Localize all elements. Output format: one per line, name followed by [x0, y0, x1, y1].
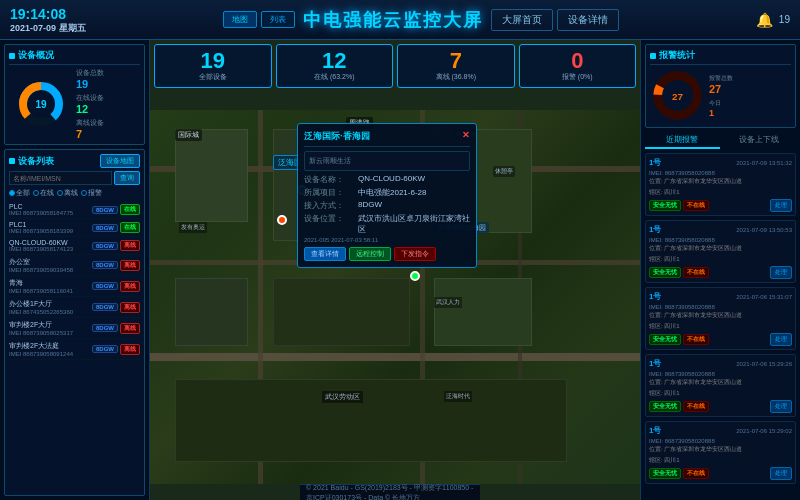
alert-item: 1号 2021-07-09 13:50:53 IMEI: 86873905802…	[645, 220, 796, 283]
alert-item-header: 1号 2021-07-06 15:29:26	[649, 358, 792, 369]
bell-icon: 🔔	[756, 12, 773, 28]
online-stat: 在线设备 12	[76, 93, 140, 115]
total-value: 19	[76, 78, 140, 90]
handle-btn[interactable]: 处理	[770, 333, 792, 346]
overview-title: 设备概况	[9, 49, 140, 65]
alert-status-tag: 安全无忧	[649, 334, 681, 345]
device-tags: 8DGW 离线	[92, 260, 140, 271]
alert-list[interactable]: 1号 2021-07-09 13:51:32 IMEI: 86873905802…	[645, 153, 796, 496]
device-map-btn[interactable]: 设备地图	[100, 154, 140, 168]
popup-address-row: 设备位置： 武汉市洪山区卓刀泉街江家湾社区	[304, 213, 470, 235]
popup-close-btn[interactable]: ✕	[462, 130, 470, 143]
alert-time: 2021-07-06 15:29:26	[736, 361, 792, 367]
popup-name-row: 设备名称： QN-CLOUD-60KW	[304, 174, 470, 185]
device-status-tag: 离线	[120, 260, 140, 271]
popup-cloud-tag: 新云雨顺生活	[304, 151, 470, 171]
total-alert-stat: 报警总数 27	[709, 74, 733, 95]
right-tabs: 近期报警 设备上下线	[645, 132, 796, 149]
overview-donut: 19	[16, 79, 66, 129]
device-list-item[interactable]: 审判楼2F大厅 IMEI 868739058025317 8DGW 离线	[9, 318, 140, 339]
device-tags: 8DGW 离线	[92, 323, 140, 334]
alert-item: 1号 2021-07-06 15:29:26 IMEI: 86873905802…	[645, 354, 796, 417]
alert-location: 位置: 广东省深圳市龙华安区西山道	[649, 244, 792, 253]
map-pin-3[interactable]	[410, 271, 420, 281]
handle-btn[interactable]: 处理	[770, 266, 792, 279]
device-name: 审判楼2F大法庭 IMEI 868739058091244	[9, 341, 73, 357]
building-5	[273, 278, 410, 345]
detail-btn[interactable]: 查看详情	[304, 247, 346, 261]
alert-overview: 27 报警总数 27 今日 1	[650, 68, 791, 123]
alert-count: 19	[779, 14, 790, 25]
alert-area: 辖区: 四川1	[649, 188, 792, 197]
device-status-tag: 离线	[120, 302, 140, 313]
filter-alert[interactable]: 报警	[81, 188, 102, 198]
alert-device-name: 1号	[649, 291, 661, 302]
device-imei: IMEI 868739058184775	[9, 210, 73, 216]
device-name: 办公室 IMEI 868739059039458	[9, 257, 73, 273]
alert-device-name: 1号	[649, 157, 661, 168]
home-tab[interactable]: 大屏首页	[491, 9, 553, 31]
device-list-item[interactable]: 审判楼2F大法庭 IMEI 868739058091244 8DGW 离线	[9, 339, 140, 360]
filter-offline[interactable]: 离线	[57, 188, 78, 198]
handle-btn[interactable]: 处理	[770, 199, 792, 212]
app-title: 中电强能云监控大屏	[303, 8, 483, 32]
map-tab[interactable]: 地图	[223, 11, 257, 28]
main-nav: 大屏首页 设备详情	[491, 9, 619, 31]
device-name: 青海 IMEI 868739058116041	[9, 278, 73, 294]
device-list-item[interactable]: PLC IMEI 868739058184775 8DGW 在线	[9, 201, 140, 219]
building-6	[434, 278, 532, 345]
map-label-soho: 发有奥运	[179, 222, 207, 233]
map-label-1: 国际城	[175, 129, 202, 141]
tab-recent-alerts[interactable]: 近期报警	[645, 132, 720, 149]
filter-online[interactable]: 在线	[33, 188, 54, 198]
radio-offline	[57, 190, 63, 196]
device-model-tag: 8DGW	[92, 303, 118, 311]
alert-device-name: 1号	[649, 425, 661, 436]
alert-tag-row: 安全无忧 不在线 处理	[649, 400, 792, 413]
total-label: 设备总数	[76, 68, 140, 78]
control-btn[interactable]: 远程控制	[349, 247, 391, 261]
device-status-tag: 离线	[120, 344, 140, 355]
device-imei: IMEI 867435052265360	[9, 309, 73, 315]
alert-imei: IMEI: 868739058020888	[649, 170, 792, 176]
device-tags: 8DGW 离线	[92, 281, 140, 292]
device-list-item[interactable]: PLC1 IMEI 868739058183399 8DGW 在线	[9, 219, 140, 237]
handle-btn[interactable]: 处理	[770, 467, 792, 480]
handle-btn[interactable]: 处理	[770, 400, 792, 413]
road-h3	[150, 353, 640, 361]
device-list-item[interactable]: 办公室 IMEI 868739059039458 8DGW 离线	[9, 255, 140, 276]
filter-all[interactable]: 全部	[9, 188, 30, 198]
device-list-header: 设备列表 设备地图	[9, 154, 140, 168]
alert-imei: IMEI: 868739058020888	[649, 438, 792, 444]
list-tab[interactable]: 列表	[261, 11, 295, 28]
offline-stat: 离线设备 7	[76, 118, 140, 140]
map-background[interactable]: 国际城 周港路 泛海国际·香海园 休憩亭 休憩亭 泛海国际碧海园 武汉人力 武汉…	[150, 40, 640, 500]
right-panel: 报警统计 27 报警总数 27 今日 1	[640, 40, 800, 500]
alert-item-header: 1号 2021-07-06 15:31:07	[649, 291, 792, 302]
popup-title: 泛海国际·香海园 ✕	[304, 130, 470, 147]
building-1	[175, 129, 249, 223]
device-list-item[interactable]: 办公楼1F大厅 IMEI 867435052265360 8DGW 离线	[9, 297, 140, 318]
tab-device-offline[interactable]: 设备上下线	[722, 132, 797, 149]
cmd-btn[interactable]: 下发指令	[394, 247, 436, 261]
header-right: 🔔 19	[756, 12, 790, 28]
alert-item: 1号 2021-07-06 15:31:07 IMEI: 86873905802…	[645, 287, 796, 350]
svg-text:19: 19	[35, 99, 47, 110]
search-input[interactable]	[9, 171, 112, 185]
device-status-tag: 离线	[120, 240, 140, 251]
map-label-rest2: 休憩亭	[493, 166, 515, 177]
device-list-item[interactable]: 青海 IMEI 868739058116041 8DGW 离线	[9, 276, 140, 297]
building-7	[175, 379, 567, 461]
popup-project-row: 所属项目： 中电强能2021-6-28	[304, 187, 470, 198]
device-tab[interactable]: 设备详情	[557, 9, 619, 31]
popup-access-row: 接入方式： 8DGW	[304, 200, 470, 211]
device-list-item[interactable]: QN-CLOUD-60KW IMEI 868739058174123 8DGW …	[9, 237, 140, 255]
device-imei: IMEI 868739058116041	[9, 288, 73, 294]
alert-status-tag: 安全无忧	[649, 401, 681, 412]
device-scroll-list[interactable]: PLC IMEI 868739058184775 8DGW 在线 PLC1 IM…	[9, 201, 140, 491]
map-nav: 地图 列表	[223, 11, 295, 28]
search-btn[interactable]: 查询	[114, 171, 140, 185]
device-status-tag: 在线	[120, 204, 140, 215]
online-label: 在线设备	[76, 93, 140, 103]
alert-time: 2021-07-06 15:29:02	[736, 428, 792, 434]
